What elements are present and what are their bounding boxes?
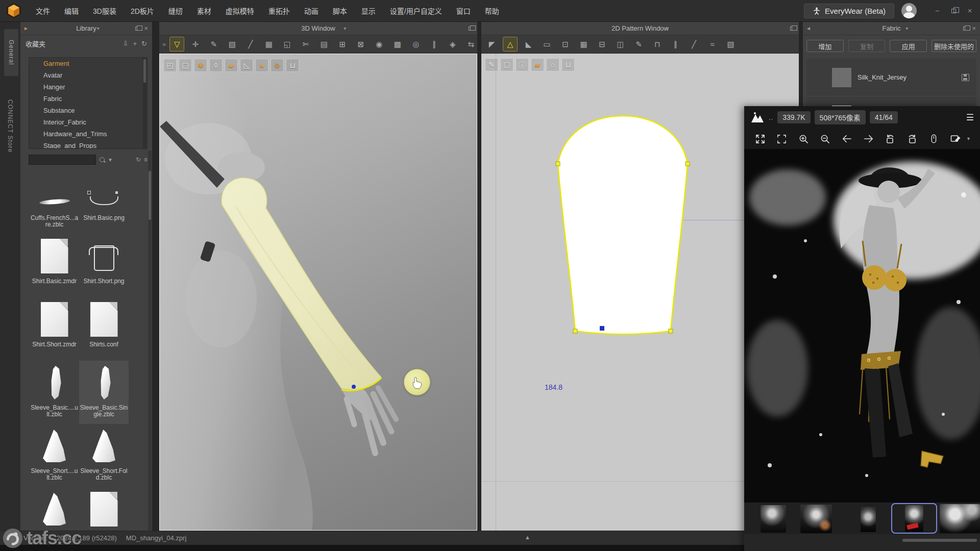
selected-point[interactable] <box>600 326 604 331</box>
library-file-item[interactable]: Cuffs.FrenchS...are.zblc <box>30 171 79 234</box>
chevron-down-icon[interactable]: ▾ <box>666 26 668 31</box>
expand-panel-arrow[interactable]: ▲ <box>525 534 530 540</box>
thumbnail[interactable] <box>761 505 786 533</box>
tool-icon[interactable]: ◣ <box>521 37 536 52</box>
tool-icon[interactable]: ✎ <box>206 37 221 52</box>
view-toggle-icon[interactable]: ◰ <box>163 59 177 72</box>
view-toggle-icon[interactable]: ✎ <box>485 58 498 71</box>
float-panel-icon[interactable] <box>135 27 140 31</box>
menu-item[interactable]: 设置/用户自定义 <box>384 3 448 18</box>
tool-icon[interactable]: ▦ <box>261 37 276 52</box>
close-panel-icon[interactable]: × <box>972 26 976 31</box>
library-folder[interactable]: Hanger <box>29 81 147 93</box>
fabric-item[interactable]: Silk_Knit_Jersey <box>806 59 976 96</box>
thumbnail-selected[interactable] <box>891 503 937 534</box>
library-folder[interactable]: Avatar <box>29 69 147 81</box>
account-avatar[interactable] <box>901 3 917 18</box>
menu-item[interactable]: 脚本 <box>327 3 353 18</box>
thumbnail-scrollbar[interactable] <box>902 539 977 542</box>
tool-icon[interactable]: ▤ <box>316 37 331 52</box>
rotate-right-icon[interactable] <box>905 132 919 145</box>
tool-icon[interactable]: ◱ <box>280 37 295 52</box>
library-file-item[interactable]: Shirt.Short.zmdr <box>30 297 79 361</box>
view-toggle-icon[interactable]: ✱ <box>194 59 207 72</box>
library-file-item[interactable]: Sleeve_Basic....ult.zblc <box>30 361 79 424</box>
menu-item[interactable]: 帮助 <box>479 3 505 18</box>
search-icon[interactable] <box>99 157 106 163</box>
library-file-item[interactable]: Shirt.Basic.png <box>79 171 129 234</box>
tool-icon[interactable]: ◈ <box>445 37 460 52</box>
view-toggle-icon[interactable]: ◊ <box>209 59 223 72</box>
view-toggle-icon[interactable]: ▢ <box>179 59 192 72</box>
zoom-out-icon[interactable] <box>819 132 832 145</box>
tool-icon[interactable]: ∥ <box>668 37 683 52</box>
view-toggle-icon[interactable]: ▰ <box>531 58 544 71</box>
fabric-copy-button[interactable]: 复制 <box>848 40 886 52</box>
thumbnail[interactable] <box>940 504 980 533</box>
menu-item[interactable]: 编辑 <box>58 3 85 18</box>
chevron-down-icon[interactable]: ▾ <box>344 26 346 31</box>
chevron-down-icon[interactable]: ▾ <box>97 26 100 31</box>
library-file-item[interactable]: Sleeve_Short.Fold.zblc <box>79 424 129 487</box>
tool-icon[interactable]: ▽ <box>169 37 184 52</box>
menu-item[interactable]: 显示 <box>355 3 382 18</box>
tool-icon[interactable]: ▦ <box>576 37 591 52</box>
toolbar-overflow-icon[interactable]: » <box>162 40 166 48</box>
tool-icon[interactable]: ⊞ <box>335 37 350 52</box>
tool-icon[interactable]: ∥ <box>427 37 442 52</box>
tool-icon[interactable]: ◤ <box>484 37 499 52</box>
library-folder[interactable]: Fabric <box>29 93 147 105</box>
view-toggle-icon[interactable]: ⊕ <box>271 59 284 72</box>
library-folder[interactable]: Interior_Fabric <box>29 116 147 128</box>
viewport-3d[interactable]: ◰ ▢ ✱ ◊ ▰ ◺ ● ⊕ ⊔ <box>159 54 477 531</box>
tool-icon[interactable]: ⊓ <box>650 37 665 52</box>
float-panel-icon[interactable] <box>469 27 473 31</box>
mouse-settings-icon[interactable] <box>927 132 940 145</box>
dock-pin-icon[interactable]: ◄ <box>806 26 811 31</box>
everywear-badge[interactable]: EveryWear (Beta) <box>804 4 894 18</box>
library-file-item[interactable]: Shirts.conf <box>79 297 129 361</box>
view-toggle-icon[interactable]: ⊔ <box>286 59 299 72</box>
thumbnail[interactable] <box>861 507 876 532</box>
next-image-icon[interactable] <box>862 132 875 145</box>
import-icon[interactable]: ⇩ <box>123 40 129 47</box>
tab-general[interactable]: General <box>4 29 18 76</box>
float-panel-icon[interactable] <box>963 27 968 31</box>
fabric-swatch[interactable] <box>832 68 851 87</box>
tool-icon[interactable]: ◎ <box>408 37 423 52</box>
add-folder-icon[interactable]: + <box>133 40 137 47</box>
fabric-delete-unused-button[interactable]: 删除未使用的 <box>932 40 976 52</box>
tool-icon[interactable]: ▧ <box>225 37 239 52</box>
fit-screen-icon[interactable] <box>775 132 789 145</box>
menu-item[interactable]: 动画 <box>298 3 325 18</box>
library-file-item[interactable]: Sleeve_Short....ult.zblc <box>30 424 79 487</box>
dock-pin-icon[interactable]: ► <box>23 26 29 31</box>
tool-icon[interactable]: ⊟ <box>595 37 609 52</box>
menu-item[interactable]: 重拓扑 <box>262 3 296 18</box>
search-input[interactable] <box>29 155 96 165</box>
tool-icon[interactable]: △ <box>503 37 518 52</box>
menu-item[interactable]: 素材 <box>191 3 217 18</box>
fabric-add-button[interactable]: 增加 <box>806 40 844 52</box>
tool-icon[interactable]: ⊡ <box>558 37 573 52</box>
edit-image-icon[interactable] <box>949 132 962 145</box>
library-file-item[interactable]: Sleeve_Basic.Single.zblc <box>79 361 129 424</box>
menu-item[interactable]: 窗口 <box>450 3 477 18</box>
menu-item[interactable]: 文件 <box>30 3 56 18</box>
refresh-icon[interactable]: ↻ <box>141 40 147 47</box>
tool-icon[interactable]: ⇆ <box>463 37 477 52</box>
expand-icon[interactable] <box>753 132 767 145</box>
save-fabric-icon[interactable] <box>962 74 969 81</box>
previous-image-icon[interactable] <box>840 132 853 145</box>
library-scrollbar[interactable] <box>148 151 152 530</box>
view-toggle-icon[interactable]: ⓘ <box>516 58 529 71</box>
minimize-button[interactable]: − <box>932 7 942 15</box>
tool-icon[interactable]: ≈ <box>705 37 720 52</box>
view-toggle-icon[interactable]: ⊔ <box>561 58 575 71</box>
zoom-in-icon[interactable] <box>797 132 810 145</box>
rotate-left-icon[interactable] <box>884 132 897 145</box>
fabric-apply-button[interactable]: 应用 <box>890 40 927 52</box>
chevron-down-icon[interactable]: ▾ <box>905 26 908 31</box>
view-toggle-icon[interactable]: ● <box>255 59 268 72</box>
tab-connect-store[interactable]: CONNECT Store <box>0 90 20 162</box>
